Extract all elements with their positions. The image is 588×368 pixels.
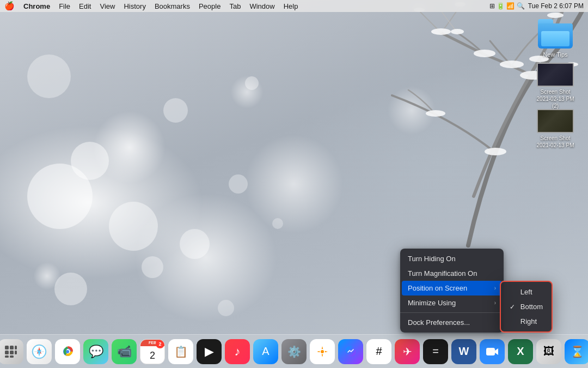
context-menu-item-dock-prefs[interactable]: Dock Preferences... <box>400 315 504 330</box>
folder-body <box>538 23 573 49</box>
desktop-icon-screenshot-1[interactable]: Screen Shot2021-02-13 PM (2) <box>534 63 577 110</box>
menubar-window[interactable]: Window <box>245 1 279 11</box>
dock-item-preview[interactable]: 🖼 <box>536 339 561 364</box>
svg-rect-19 <box>10 355 14 358</box>
context-menu-separator <box>400 312 504 313</box>
context-menu-label-magnification: Turn Magnification On <box>408 269 477 277</box>
context-menu-label-hiding: Turn Hiding On <box>408 255 456 263</box>
screenshot-thumb-img-1 <box>537 63 574 87</box>
menubar-history[interactable]: History <box>119 1 150 11</box>
submenu-position: Left ✓ Bottom Right <box>500 281 553 333</box>
bokeh-7 <box>245 76 259 90</box>
bokeh-6 <box>229 174 248 194</box>
folder-icon <box>538 19 573 49</box>
menubar-view[interactable]: View <box>95 1 119 11</box>
svg-rect-32 <box>486 348 495 355</box>
menubar-bookmarks[interactable]: Bookmarks <box>150 1 194 11</box>
submenu-item-right[interactable]: Right <box>503 314 549 329</box>
menubar-left: 🍎 Chrome File Edit View History Bookmark… <box>4 1 302 11</box>
bokeh-2 <box>109 202 158 251</box>
dock-item-slack[interactable]: # <box>366 339 391 364</box>
dock: 🖱 💬 📹 FEB 2 2 <box>0 334 588 368</box>
bokeh-8 <box>272 218 283 229</box>
svg-rect-14 <box>15 346 17 349</box>
desktop-icon-label-screenshot-2: Screen Shot2021-02-13 PM <box>537 135 574 149</box>
menubar-edit[interactable]: Edit <box>75 1 95 11</box>
dock-item-chrome[interactable] <box>55 339 80 364</box>
context-menu: Turn Hiding On Turn Magnification On Pos… <box>400 249 504 333</box>
dock-item-screentime[interactable]: ⌛ <box>565 339 588 364</box>
dock-item-launchpad[interactable] <box>0 339 23 364</box>
dock-item-appstore[interactable]: A <box>253 339 278 364</box>
bokeh-11 <box>27 55 71 98</box>
svg-point-5 <box>426 110 445 117</box>
svg-point-2 <box>474 50 495 57</box>
context-menu-label-dock-prefs: Dock Preferences... <box>408 318 470 327</box>
svg-rect-13 <box>10 346 14 349</box>
dock-item-music[interactable]: ♪ <box>225 339 250 364</box>
check-bottom: ✓ <box>510 303 517 311</box>
svg-point-8 <box>547 13 564 18</box>
desktop-icon-label-new-tips: New Tips <box>543 51 567 58</box>
dock-item-messages[interactable]: 💬 <box>83 339 108 364</box>
submenu-item-bottom[interactable]: ✓ Bottom <box>503 299 549 314</box>
context-menu-item-position[interactable]: Position on Screen › <box>402 281 502 295</box>
bokeh-5 <box>163 98 188 123</box>
context-menu-item-magnification[interactable]: Turn Magnification On <box>400 266 504 281</box>
svg-point-3 <box>500 61 524 68</box>
menubar-help[interactable]: Help <box>279 1 303 11</box>
submenu-label-left: Left <box>520 288 532 296</box>
dock-item-system-preferences[interactable]: ⚙️ <box>281 339 307 364</box>
context-menu-item-minimize[interactable]: Minimize Using › <box>400 295 504 310</box>
apple-menu-icon[interactable]: 🍎 <box>4 1 15 11</box>
menubar-app-name[interactable]: Chrome <box>19 1 54 11</box>
bokeh-10 <box>142 256 163 278</box>
desktop: 🍎 Chrome File Edit View History Bookmark… <box>0 0 588 368</box>
context-menu-item-hiding[interactable]: Turn Hiding On <box>400 251 504 266</box>
dock-item-excel[interactable]: X <box>508 339 533 364</box>
svg-rect-18 <box>5 355 9 358</box>
calendar-badge: 2 <box>156 340 164 348</box>
submenu-item-left[interactable]: Left <box>503 285 549 299</box>
menubar-right: ⊞ 🔋 📶 🔍 Tue Feb 2 6:07 PM <box>489 2 584 10</box>
svg-rect-15 <box>5 351 9 354</box>
menubar-controls: ⊞ 🔋 📶 🔍 <box>489 2 525 10</box>
bokeh-12 <box>218 300 234 316</box>
dock-item-calendar[interactable]: FEB 2 2 <box>140 339 165 364</box>
desktop-icon-new-tips[interactable]: New Tips <box>534 19 577 58</box>
submenu-label-bottom: Bottom <box>520 303 543 311</box>
bokeh-3 <box>71 142 109 180</box>
thumb-inner-1 <box>538 64 573 86</box>
dock-item-calculator[interactable]: = <box>423 339 448 364</box>
menubar-tab[interactable]: Tab <box>225 1 245 11</box>
dock-item-airmail[interactable]: ✈ <box>395 339 420 364</box>
menubar-file[interactable]: File <box>54 1 75 11</box>
dock-item-reminders[interactable]: 📋 <box>168 339 193 364</box>
desktop-icon-screenshot-2[interactable]: Screen Shot2021-02-13 PM <box>534 109 577 149</box>
svg-point-30 <box>321 350 324 353</box>
dock-item-messenger[interactable] <box>338 339 363 364</box>
svg-rect-17 <box>15 351 17 354</box>
submenu-arrow-position: › <box>494 285 496 291</box>
svg-point-28 <box>66 350 69 353</box>
dock-item-word[interactable]: W <box>451 339 476 364</box>
bokeh-4 <box>180 229 210 259</box>
svg-point-0 <box>431 28 451 35</box>
dock-item-photos[interactable] <box>310 339 335 364</box>
svg-rect-16 <box>10 351 14 354</box>
svg-rect-12 <box>5 346 9 349</box>
folder-inner <box>541 31 569 46</box>
context-menu-label-position: Position on Screen <box>408 284 467 292</box>
dock-item-appletv[interactable]: ▶ <box>197 339 222 364</box>
dock-item-facetime[interactable]: 📹 <box>112 339 137 364</box>
context-menu-label-minimize: Minimize Using <box>408 299 456 307</box>
submenu-label-right: Right <box>520 317 537 325</box>
dock-item-safari[interactable] <box>27 339 52 364</box>
desktop-icon-label-screenshot-1: Screen Shot2021-02-13 PM (2) <box>534 88 577 110</box>
thumb-inner-2 <box>538 110 573 132</box>
menubar: 🍎 Chrome File Edit View History Bookmark… <box>0 0 588 12</box>
svg-point-6 <box>485 148 506 155</box>
menubar-datetime: Tue Feb 2 6:07 PM <box>528 2 584 10</box>
dock-item-zoom[interactable] <box>480 339 505 364</box>
menubar-people[interactable]: People <box>194 1 225 11</box>
